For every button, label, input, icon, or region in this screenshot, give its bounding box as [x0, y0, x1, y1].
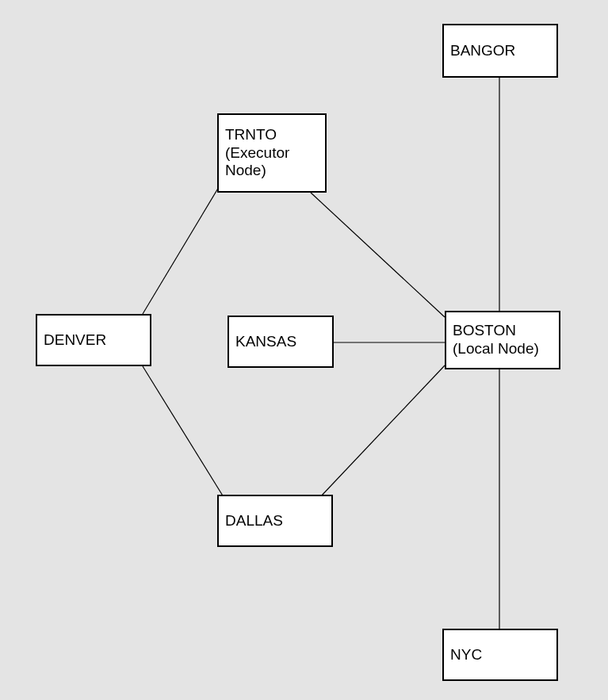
edge-trnto-denver: [143, 187, 219, 314]
edge-dallas-boston: [319, 365, 445, 498]
node-trnto: TRNTO (Executor Node): [217, 113, 327, 193]
node-denver: DENVER: [36, 314, 151, 366]
node-label: TRNTO (Executor Node): [225, 126, 319, 180]
node-label: KANSAS: [235, 333, 296, 351]
node-bangor: BANGOR: [442, 24, 558, 78]
diagram-canvas: BANGOR TRNTO (Executor Node) DENVER KANS…: [0, 0, 608, 700]
node-label: BANGOR: [450, 42, 515, 60]
node-label: BOSTON (Local Node): [453, 322, 553, 358]
node-label: DENVER: [44, 331, 106, 350]
edge-trnto-boston: [311, 193, 445, 317]
node-boston: BOSTON (Local Node): [445, 311, 560, 369]
node-label: DALLAS: [225, 512, 283, 530]
node-dallas: DALLAS: [217, 495, 333, 547]
node-label: NYC: [450, 646, 482, 664]
edge-denver-dallas: [143, 366, 228, 503]
node-nyc: NYC: [442, 629, 558, 681]
node-kansas: KANSAS: [228, 316, 334, 368]
